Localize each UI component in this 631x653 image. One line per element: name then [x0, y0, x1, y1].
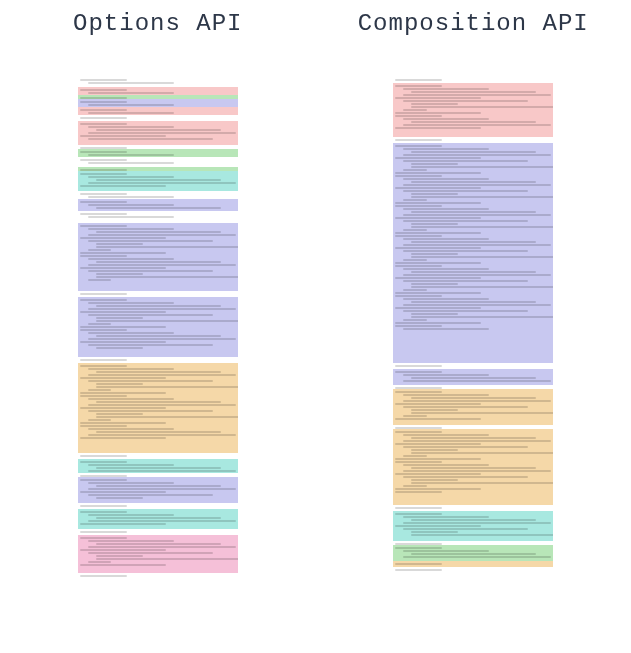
code-block — [78, 535, 238, 573]
code-block — [78, 459, 238, 473]
code-block — [393, 143, 553, 363]
options-title: Options API — [73, 10, 242, 37]
code-block — [393, 567, 553, 571]
code-block — [78, 509, 238, 529]
code-block — [78, 199, 238, 211]
code-block — [78, 191, 238, 199]
code-block — [78, 121, 238, 145]
code-block — [78, 211, 238, 223]
code-block — [393, 389, 553, 425]
options-api-column: Options API — [0, 10, 316, 643]
code-block — [393, 83, 553, 137]
code-block — [78, 149, 238, 157]
composition-api-column: Composition API — [316, 10, 632, 643]
code-block — [78, 99, 238, 107]
code-block — [78, 297, 238, 357]
code-block — [78, 363, 238, 453]
code-block — [78, 477, 238, 503]
code-block — [78, 87, 238, 95]
code-block — [78, 223, 238, 291]
code-block — [78, 573, 238, 577]
options-code-stack — [78, 77, 238, 577]
code-block — [78, 157, 238, 167]
code-block — [393, 429, 553, 505]
code-block — [393, 369, 553, 385]
composition-code-stack — [393, 77, 553, 571]
composition-title: Composition API — [358, 10, 589, 37]
code-block — [78, 107, 238, 115]
code-block — [78, 171, 238, 191]
code-block — [78, 77, 238, 87]
code-block — [393, 511, 553, 541]
code-block — [393, 545, 553, 561]
